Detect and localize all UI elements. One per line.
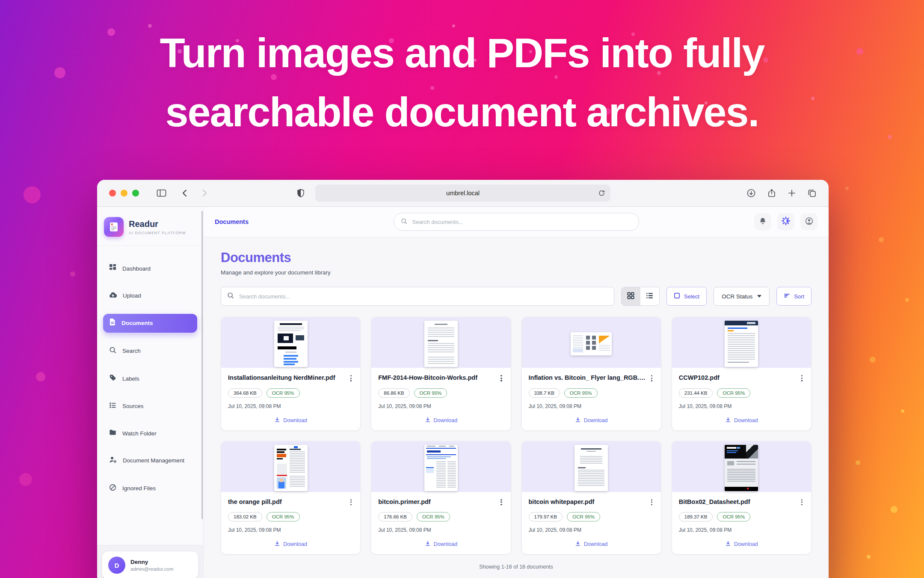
notifications-button[interactable] <box>754 213 771 230</box>
document-thumbnail <box>371 317 510 368</box>
document-card[interactable]: FMF-2014-How-Bitcoin-Works.pdf 86.86 KB … <box>371 317 511 431</box>
background-dot <box>901 409 904 413</box>
reload-icon[interactable] <box>598 190 605 197</box>
ocr-status-badge: OCR 95% <box>564 388 598 398</box>
document-thumbnail-page <box>571 332 612 355</box>
theme-toggle-button[interactable] <box>777 213 794 230</box>
documents-grid: Installationsanleitung NerdMiner.pdf 364… <box>221 317 811 554</box>
browser-toolbar: umbrel.local <box>97 180 829 207</box>
document-title: Installationsanleitung NerdMiner.pdf <box>228 374 339 382</box>
tab-overview-icon[interactable] <box>807 188 817 198</box>
sidebar-item-dashboard[interactable]: Dashboard <box>103 259 197 278</box>
download-button[interactable]: Download <box>529 414 654 425</box>
sidebar-item-upload[interactable]: Upload <box>103 287 197 305</box>
sidebar-item-document-management[interactable]: Document Management <box>103 452 196 470</box>
more-options-icon[interactable] <box>649 374 654 383</box>
ocr-status-badge: OCR 95% <box>717 512 750 521</box>
minimize-window-button[interactable] <box>121 190 127 197</box>
download-button[interactable]: Download <box>529 538 654 549</box>
background-dot <box>845 187 849 190</box>
more-options-icon[interactable] <box>800 374 804 383</box>
select-button[interactable]: Select <box>666 287 707 306</box>
document-card[interactable]: bitcoin whitepaper.pdf 179.97 KB OCR 95%… <box>521 441 661 555</box>
address-bar[interactable]: umbrel.local <box>315 185 610 202</box>
download-icon <box>425 417 431 424</box>
close-window-button[interactable] <box>109 190 116 197</box>
download-button-label: Download <box>434 541 458 547</box>
sidebar-item-sources[interactable]: Sources <box>103 397 197 416</box>
more-options-icon[interactable] <box>349 498 353 507</box>
grid-view-button[interactable] <box>622 287 640 305</box>
sort-button[interactable]: Sort <box>776 287 811 306</box>
account-button[interactable] <box>800 213 817 230</box>
download-icon <box>575 540 581 548</box>
zoom-window-button[interactable] <box>132 190 139 197</box>
avatar: D <box>108 557 125 574</box>
document-card[interactable]: Installationsanleitung NerdMiner.pdf 364… <box>221 317 361 431</box>
results-count: Showing 1-16 of 16 documents <box>221 564 811 570</box>
privacy-shield-icon[interactable] <box>296 188 305 198</box>
sidebar-item-watch-folder[interactable]: Watch Folder <box>103 425 197 442</box>
document-card[interactable]: BitBox02_Datasheet.pdf 189.37 KB OCR 95%… <box>672 441 811 555</box>
more-options-icon[interactable] <box>499 374 503 383</box>
file-size-badge: 179.97 KB <box>529 512 563 521</box>
download-button[interactable]: Download <box>228 538 353 549</box>
page-subtitle: Manage and explore your document library <box>221 269 811 276</box>
document-title: Inflation vs. Bitcoin_ Flyer lang_RGB.pd… <box>529 374 649 382</box>
download-button-label: Download <box>283 541 307 547</box>
list-view-button[interactable] <box>640 287 659 305</box>
sidebar-item-label: Ignored Files <box>122 484 156 493</box>
forward-icon[interactable] <box>201 189 208 197</box>
documents-search-input[interactable] <box>238 293 608 300</box>
downloads-icon[interactable] <box>746 188 756 198</box>
download-button[interactable]: Download <box>679 414 804 425</box>
marketing-banner: Turn images and PDFs into fully searchab… <box>0 0 924 578</box>
sidebar-item-labels[interactable]: Labels <box>103 369 197 388</box>
sidebar-item-documents[interactable]: Documents <box>103 314 197 333</box>
document-date: Jul 10, 2025, 09:08 PM <box>228 403 353 409</box>
document-title: CCWP102.pdf <box>679 374 723 382</box>
more-options-icon[interactable] <box>349 374 353 383</box>
readur-logo-icon: R <box>104 217 124 237</box>
more-options-icon[interactable] <box>800 498 804 507</box>
global-search[interactable] <box>394 213 639 231</box>
document-thumbnail-page <box>725 445 758 491</box>
user-icon <box>805 217 813 227</box>
grid-view-icon <box>627 292 634 301</box>
more-options-icon[interactable] <box>649 498 654 507</box>
sidebar-footer: D Denny admin@readur.com <box>97 545 203 578</box>
sidebar-toggle-icon[interactable] <box>157 189 166 197</box>
sidebar-item-ignored-files[interactable]: Ignored Files <box>103 480 197 498</box>
user-email: admin@readur.com <box>130 566 174 572</box>
sidebar-item-search[interactable]: Search <box>103 342 197 361</box>
download-button[interactable]: Download <box>378 538 503 549</box>
more-options-icon[interactable] <box>499 498 503 507</box>
document-card[interactable]: bitcoin.primer.pdf 176.66 KB OCR 95% Jul… <box>371 441 511 555</box>
documents-search[interactable] <box>221 287 614 306</box>
app-topbar: Documents <box>204 207 829 237</box>
sidebar-scrollbar[interactable] <box>201 211 203 519</box>
ocr-status-dropdown[interactable]: OCR Status <box>714 287 770 306</box>
download-button[interactable]: Download <box>679 538 804 549</box>
search-icon <box>401 218 407 226</box>
dashboard-grid-icon <box>109 264 116 274</box>
share-icon[interactable] <box>767 188 776 198</box>
background-dot <box>19 473 32 486</box>
document-card[interactable]: CCWP102.pdf 231.44 KB OCR 95% Jul 10, 20… <box>672 317 811 431</box>
background-dot <box>905 298 909 302</box>
back-icon[interactable] <box>181 189 189 197</box>
download-button[interactable]: Download <box>228 414 353 425</box>
user-card[interactable]: D Denny admin@readur.com <box>102 551 198 578</box>
global-search-input[interactable] <box>412 218 632 226</box>
download-button[interactable]: Download <box>378 414 503 425</box>
download-icon <box>274 540 280 548</box>
sidebar-item-label: Upload <box>123 292 141 300</box>
breadcrumb[interactable]: Documents <box>215 218 249 225</box>
sidebar-item-label: Sources <box>122 402 144 411</box>
download-button-label: Download <box>584 417 608 423</box>
document-thumbnail <box>522 441 661 492</box>
new-tab-icon[interactable] <box>788 189 796 197</box>
ocr-status-badge: OCR 95% <box>417 512 450 521</box>
document-card[interactable]: Inflation vs. Bitcoin_ Flyer lang_RGB.pd… <box>521 317 661 431</box>
document-card[interactable]: the orange pill.pdf 183.02 KB OCR 95% Ju… <box>221 441 361 555</box>
